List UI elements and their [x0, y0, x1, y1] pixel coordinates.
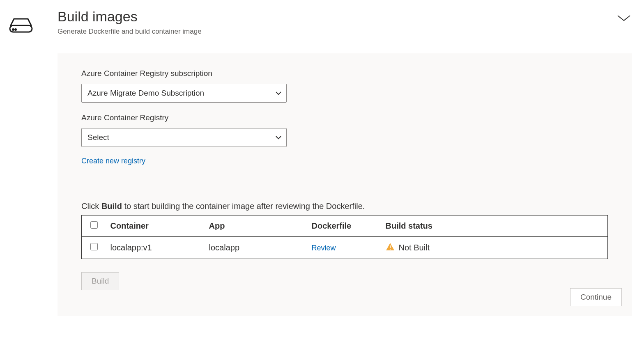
row-checkbox[interactable]	[90, 243, 98, 250]
table-row: localapp:v1 localapp Review	[82, 236, 608, 259]
storage-icon	[8, 27, 34, 34]
svg-rect-3	[390, 245, 391, 248]
registry-value: Select	[87, 133, 109, 142]
review-dockerfile-link[interactable]: Review	[312, 244, 336, 252]
warning-icon	[386, 243, 395, 253]
svg-point-2	[15, 29, 16, 30]
containers-table: Container App Dockerfile Build status lo…	[81, 215, 608, 259]
select-all-checkbox[interactable]	[90, 221, 98, 229]
page-title: Build images	[58, 8, 202, 25]
registry-select[interactable]: Select	[81, 128, 287, 147]
page-subtitle: Generate Dockerfile and build container …	[58, 28, 202, 36]
subscription-label: Azure Container Registry subscription	[81, 69, 608, 78]
col-header-dockerfile: Dockerfile	[308, 215, 382, 236]
registry-label: Azure Container Registry	[81, 113, 608, 122]
subscription-value: Azure Migrate Demo Subscription	[87, 89, 204, 98]
build-images-panel: Azure Container Registry subscription Az…	[58, 53, 632, 316]
build-instruction: Click Build to start building the contai…	[81, 202, 608, 211]
cell-container: localapp:v1	[106, 236, 205, 259]
status-text: Not Built	[399, 243, 430, 252]
continue-button[interactable]: Continue	[570, 288, 622, 306]
col-header-build-status: Build status	[382, 215, 608, 236]
build-button[interactable]: Build	[81, 272, 119, 290]
create-registry-link[interactable]: Create new registry	[81, 157, 145, 165]
subscription-select[interactable]: Azure Migrate Demo Subscription	[81, 84, 287, 103]
col-header-container: Container	[106, 215, 205, 236]
chevron-down-icon[interactable]	[616, 8, 632, 24]
col-header-app: App	[205, 215, 308, 236]
svg-point-1	[13, 29, 14, 30]
cell-app: localapp	[205, 236, 308, 259]
svg-rect-4	[390, 249, 391, 250]
